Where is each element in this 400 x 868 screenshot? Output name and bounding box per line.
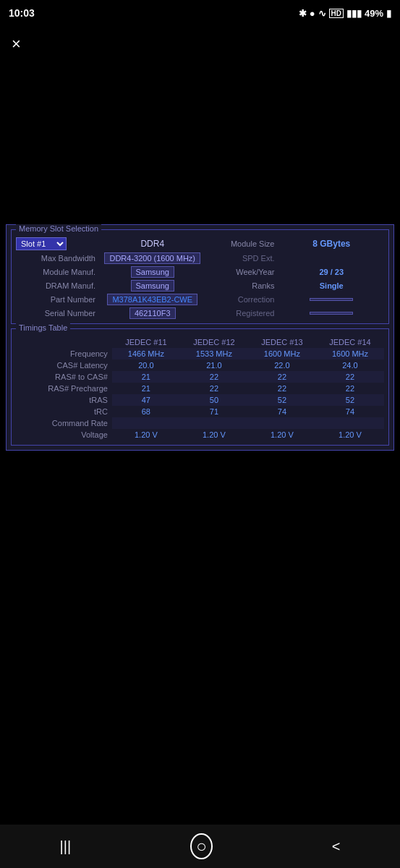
signal-icon: ▮▮▮ [346,8,362,19]
timings-row-label: tRC [16,406,112,417]
status-bar: 10:03 ✱ ● ∿ HD ▮▮▮ 49% ▮ [0,0,400,26]
timings-cell: 71 [180,406,248,417]
max-bandwidth-value: DDR4-3200 (1600 MHz) [104,252,200,264]
timings-cell: 1.20 V [180,429,248,441]
back-nav-icon[interactable]: ||| [60,838,72,855]
timings-row-label: tRAS [16,394,112,406]
timings-cell [112,417,180,429]
timings-row-label: RAS# Precharge [16,383,112,394]
close-button[interactable]: × [12,35,21,53]
col-header-jedec13: JEDEC #13 [248,336,316,348]
timings-cell: 22 [316,383,384,394]
nav-bar: ||| ○ < [0,825,400,868]
timings-cell: 74 [316,406,384,417]
week-year-value: 29 / 23 [319,268,344,276]
battery: 49% [365,8,383,19]
dram-manuf-label: DRAM Manuf. [46,281,95,290]
timings-cell: 21 [112,383,180,394]
timings-cell: 22 [248,383,316,394]
location-icon: ● [310,8,315,19]
col-header-jedec14: JEDEC #14 [316,336,384,348]
timings-cell: 21 [112,371,180,383]
timings-table: JEDEC #11 JEDEC #12 JEDEC #13 JEDEC #14 … [16,336,384,441]
timings-cell [248,417,316,429]
timings-cell: 1600 MHz [316,348,384,359]
serial-number-value: 462110F3 [129,307,176,319]
timings-row-label: Voltage [16,429,112,441]
timings-cell [180,417,248,429]
timings-cell: 22 [248,371,316,383]
timings-cell: 1533 MHz [180,348,248,359]
max-bandwidth-label: Max Bandwidth [41,254,95,263]
timings-cell: 24.0 [316,359,384,371]
timings-row-label: Command Rate [16,417,112,429]
timings-cell: 52 [316,394,384,406]
timings-cell: 20.0 [112,359,180,371]
timings-title: Timings Table [16,323,70,332]
menu-nav-icon[interactable]: < [332,838,341,855]
module-manuf-value: Samsung [131,266,174,278]
timings-cell [316,417,384,429]
timings-cell: 21.0 [180,359,248,371]
ranks-label: Ranks [252,281,274,290]
slot-select[interactable]: Slot #1 [16,237,67,250]
correction-value [310,298,353,301]
ddr-label: DDR4 [140,239,164,249]
memory-slot-section: Memory Slot Selection Slot #1 DDR4 Modul… [11,229,389,324]
registered-value [310,312,353,315]
registered-label: Registered [236,309,274,318]
col-header-label [16,336,112,348]
timings-cell: 1.20 V [248,429,316,441]
timings-section: Timings Table JEDEC #11 JEDEC #12 JEDEC … [11,328,389,446]
dram-manuf-value: Samsung [131,280,174,292]
part-number-value: M378A1K43EB2-CWE [107,294,197,305]
timings-cell: 68 [112,406,180,417]
module-size-label: Module Size [231,239,275,248]
memory-section-title: Memory Slot Selection [16,224,101,233]
timings-cell: 1466 MHz [112,348,180,359]
timings-cell: 22 [180,371,248,383]
bluetooth-icon: ✱ [299,8,307,19]
timings-row-label: CAS# Latency [16,359,112,371]
timings-cell: 22 [316,371,384,383]
col-header-jedec11: JEDEC #11 [112,336,180,348]
timings-row-label: RAS# to CAS# [16,371,112,383]
timings-cell: 22.0 [248,359,316,371]
week-year-label: Week/Year [236,268,274,276]
time: 10:03 [9,7,35,19]
col-header-jedec12: JEDEC #12 [180,336,248,348]
timings-cell: 1600 MHz [248,348,316,359]
part-number-label: Part Number [51,295,95,304]
timings-cell: 50 [180,394,248,406]
slot-selector-wrapper[interactable]: Slot #1 [16,237,95,250]
close-area: × [0,26,400,62]
timings-cell: 74 [248,406,316,417]
wifi-icon: ∿ [318,8,326,19]
timings-cell: 22 [180,383,248,394]
module-manuf-label: Module Manuf. [43,268,95,276]
timings-cell: 1.20 V [316,429,384,441]
timings-cell: 47 [112,394,180,406]
ranks-value: Single [320,281,344,290]
battery-icon: ▮ [386,8,391,19]
timings-cell: 1.20 V [112,429,180,441]
serial-number-label: Serial Number [45,309,95,318]
spd-ext-label: SPD Ext. [242,254,275,263]
status-icons: ✱ ● ∿ HD ▮▮▮ 49% ▮ [299,8,391,19]
timings-cell: 52 [248,394,316,406]
home-nav-icon[interactable]: ○ [190,833,213,859]
hd-icon: HD [329,9,344,18]
main-panel: Memory Slot Selection Slot #1 DDR4 Modul… [6,224,394,451]
timings-row-label: Frequency [16,348,112,359]
module-size-value: 8 GBytes [312,239,350,249]
correction-label: Correction [238,295,275,304]
